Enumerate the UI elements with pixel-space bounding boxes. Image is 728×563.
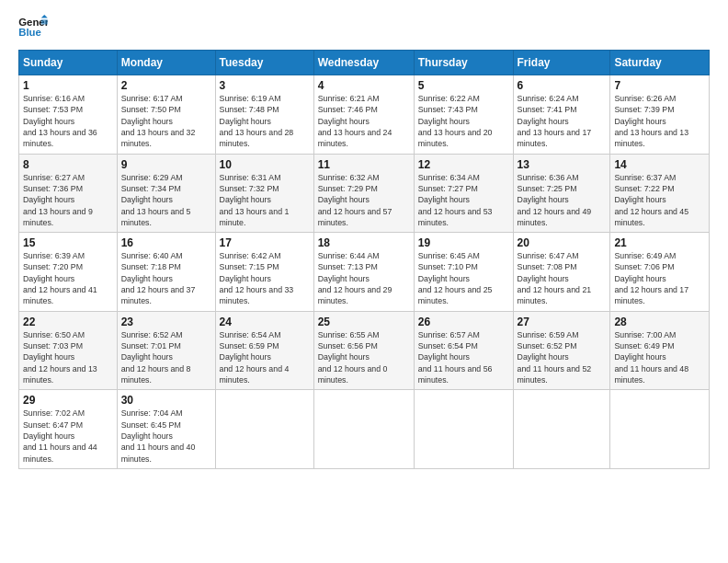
day-cell: 30Sunrise: 7:04 AMSunset: 6:45 PMDayligh… (117, 390, 215, 469)
day-info: Sunrise: 6:27 AMSunset: 7:36 PMDaylight … (23, 172, 113, 229)
day-info: Sunrise: 6:40 AMSunset: 7:18 PMDaylight … (121, 250, 211, 307)
day-cell: 20Sunrise: 6:47 AMSunset: 7:08 PMDayligh… (513, 233, 610, 312)
day-number: 7 (614, 79, 705, 92)
day-cell: 15Sunrise: 6:39 AMSunset: 7:20 PMDayligh… (19, 233, 118, 312)
day-cell (215, 390, 313, 469)
day-info: Sunrise: 6:55 AMSunset: 6:56 PMDaylight … (318, 329, 410, 386)
day-info: Sunrise: 6:45 AMSunset: 7:10 PMDaylight … (418, 250, 509, 307)
day-cell (414, 390, 513, 469)
day-info: Sunrise: 6:59 AMSunset: 6:52 PMDaylight … (518, 329, 607, 386)
day-cell: 19Sunrise: 6:45 AMSunset: 7:10 PMDayligh… (414, 233, 513, 312)
day-info: Sunrise: 6:32 AMSunset: 7:29 PMDaylight … (318, 172, 410, 229)
day-number: 1 (23, 79, 113, 92)
day-number: 5 (418, 79, 509, 92)
day-cell: 6Sunrise: 6:24 AMSunset: 7:41 PMDaylight… (513, 75, 610, 155)
day-number: 19 (418, 236, 509, 249)
day-cell: 12Sunrise: 6:34 AMSunset: 7:27 PMDayligh… (414, 154, 513, 233)
day-cell (513, 390, 610, 469)
header-day-monday: Monday (117, 51, 215, 75)
header-day-friday: Friday (513, 51, 610, 75)
day-cell: 11Sunrise: 6:32 AMSunset: 7:29 PMDayligh… (313, 154, 414, 233)
day-info: Sunrise: 6:47 AMSunset: 7:08 PMDaylight … (518, 250, 607, 307)
day-cell: 17Sunrise: 6:42 AMSunset: 7:15 PMDayligh… (215, 233, 313, 312)
day-cell: 23Sunrise: 6:52 AMSunset: 7:01 PMDayligh… (117, 311, 215, 390)
day-cell: 28Sunrise: 7:00 AMSunset: 6:49 PMDayligh… (610, 311, 710, 390)
day-cell: 14Sunrise: 6:37 AMSunset: 7:22 PMDayligh… (610, 154, 710, 233)
day-info: Sunrise: 6:24 AMSunset: 7:41 PMDaylight … (518, 93, 607, 150)
day-number: 29 (23, 394, 113, 407)
day-info: Sunrise: 6:39 AMSunset: 7:20 PMDaylight … (23, 250, 113, 307)
day-number: 24 (220, 316, 310, 328)
day-info: Sunrise: 6:31 AMSunset: 7:32 PMDaylight … (220, 172, 310, 229)
logo: General Blue (18, 15, 48, 40)
header-day-saturday: Saturday (610, 51, 710, 75)
day-cell: 21Sunrise: 6:49 AMSunset: 7:06 PMDayligh… (610, 233, 710, 312)
day-info: Sunrise: 6:52 AMSunset: 7:01 PMDaylight … (121, 329, 211, 386)
day-number: 14 (614, 158, 705, 171)
logo-icon: General Blue (18, 15, 48, 40)
day-cell: 27Sunrise: 6:59 AMSunset: 6:52 PMDayligh… (513, 311, 610, 390)
day-number: 27 (518, 316, 607, 328)
day-cell: 10Sunrise: 6:31 AMSunset: 7:32 PMDayligh… (215, 154, 313, 233)
svg-text:Blue: Blue (18, 27, 41, 38)
day-cell (313, 390, 414, 469)
day-info: Sunrise: 6:49 AMSunset: 7:06 PMDaylight … (614, 250, 705, 307)
day-cell: 8Sunrise: 6:27 AMSunset: 7:36 PMDaylight… (19, 154, 118, 233)
day-info: Sunrise: 6:17 AMSunset: 7:50 PMDaylight … (121, 93, 211, 150)
page: General Blue SundayMondayTuesdayWednesda… (0, 0, 728, 563)
day-number: 20 (518, 236, 607, 249)
day-cell: 2Sunrise: 6:17 AMSunset: 7:50 PMDaylight… (117, 75, 215, 155)
day-number: 30 (121, 394, 211, 407)
day-info: Sunrise: 6:50 AMSunset: 7:03 PMDaylight … (23, 329, 113, 386)
day-cell: 22Sunrise: 6:50 AMSunset: 7:03 PMDayligh… (19, 311, 118, 390)
day-info: Sunrise: 7:00 AMSunset: 6:49 PMDaylight … (614, 329, 705, 386)
day-info: Sunrise: 6:34 AMSunset: 7:27 PMDaylight … (418, 172, 509, 229)
header: General Blue (18, 15, 710, 40)
week-row-5: 29Sunrise: 7:02 AMSunset: 6:47 PMDayligh… (19, 390, 710, 469)
day-cell (610, 390, 710, 469)
week-row-1: 1Sunrise: 6:16 AMSunset: 7:53 PMDaylight… (19, 75, 710, 155)
day-cell: 4Sunrise: 6:21 AMSunset: 7:46 PMDaylight… (313, 75, 414, 155)
day-info: Sunrise: 6:36 AMSunset: 7:25 PMDaylight … (518, 172, 607, 229)
day-cell: 13Sunrise: 6:36 AMSunset: 7:25 PMDayligh… (513, 154, 610, 233)
day-number: 8 (23, 158, 113, 171)
header-day-sunday: Sunday (19, 51, 118, 75)
day-cell: 1Sunrise: 6:16 AMSunset: 7:53 PMDaylight… (19, 75, 118, 155)
day-cell: 3Sunrise: 6:19 AMSunset: 7:48 PMDaylight… (215, 75, 313, 155)
day-info: Sunrise: 6:26 AMSunset: 7:39 PMDaylight … (614, 93, 705, 150)
day-number: 12 (418, 158, 509, 171)
day-info: Sunrise: 6:44 AMSunset: 7:13 PMDaylight … (318, 250, 410, 307)
day-number: 10 (220, 158, 310, 171)
day-info: Sunrise: 6:29 AMSunset: 7:34 PMDaylight … (121, 172, 211, 229)
day-cell: 9Sunrise: 6:29 AMSunset: 7:34 PMDaylight… (117, 154, 215, 233)
day-cell: 25Sunrise: 6:55 AMSunset: 6:56 PMDayligh… (313, 311, 414, 390)
calendar-table: SundayMondayTuesdayWednesdayThursdayFrid… (18, 50, 710, 469)
day-number: 6 (518, 79, 607, 92)
day-number: 11 (318, 158, 410, 171)
day-number: 16 (121, 236, 211, 249)
day-info: Sunrise: 6:42 AMSunset: 7:15 PMDaylight … (220, 250, 310, 307)
day-info: Sunrise: 6:54 AMSunset: 6:59 PMDaylight … (220, 329, 310, 386)
day-number: 15 (23, 236, 113, 249)
day-info: Sunrise: 7:02 AMSunset: 6:47 PMDaylight … (23, 408, 113, 465)
header-day-wednesday: Wednesday (313, 51, 414, 75)
svg-marker-3 (41, 19, 48, 24)
week-row-2: 8Sunrise: 6:27 AMSunset: 7:36 PMDaylight… (19, 154, 710, 233)
day-number: 28 (614, 316, 705, 328)
header-day-tuesday: Tuesday (215, 51, 313, 75)
day-number: 4 (318, 79, 410, 92)
header-day-thursday: Thursday (414, 51, 513, 75)
day-number: 25 (318, 316, 410, 328)
day-number: 3 (220, 79, 310, 92)
day-number: 18 (318, 236, 410, 249)
day-cell: 16Sunrise: 6:40 AMSunset: 7:18 PMDayligh… (117, 233, 215, 312)
day-info: Sunrise: 6:19 AMSunset: 7:48 PMDaylight … (220, 93, 310, 150)
day-info: Sunrise: 7:04 AMSunset: 6:45 PMDaylight … (121, 408, 211, 465)
day-cell: 18Sunrise: 6:44 AMSunset: 7:13 PMDayligh… (313, 233, 414, 312)
day-number: 23 (121, 316, 211, 328)
day-cell: 7Sunrise: 6:26 AMSunset: 7:39 PMDaylight… (610, 75, 710, 155)
day-cell: 26Sunrise: 6:57 AMSunset: 6:54 PMDayligh… (414, 311, 513, 390)
day-number: 13 (518, 158, 607, 171)
week-row-4: 22Sunrise: 6:50 AMSunset: 7:03 PMDayligh… (19, 311, 710, 390)
day-cell: 5Sunrise: 6:22 AMSunset: 7:43 PMDaylight… (414, 75, 513, 155)
